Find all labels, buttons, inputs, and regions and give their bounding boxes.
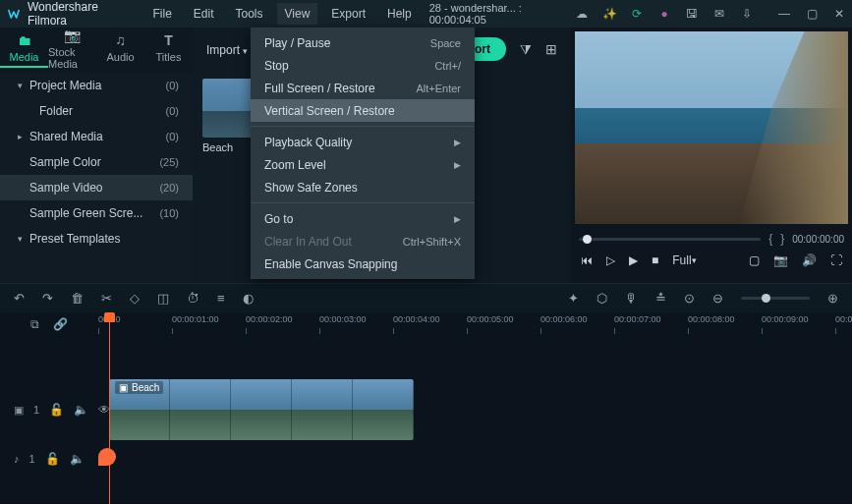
display-dropdown-icon[interactable]: ▢ xyxy=(749,253,760,267)
titlebar: Wondershare Filmora File Edit Tools View… xyxy=(0,0,852,28)
tab-audio[interactable]: ♫ Audio xyxy=(96,28,144,73)
scrub-bar[interactable]: { } 00:00:00:00 xyxy=(579,228,844,250)
marker-icon[interactable]: ◇ xyxy=(130,291,140,306)
link-icon[interactable]: 🔗 xyxy=(53,317,68,331)
zoom-slider[interactable] xyxy=(741,297,810,300)
sidebar-item-shared-media[interactable]: ▸Shared Media(0) xyxy=(0,124,193,149)
mail-icon[interactable]: ✉ xyxy=(712,7,726,21)
menu-help[interactable]: Help xyxy=(379,3,420,25)
mute-icon[interactable]: 🔈 xyxy=(70,452,85,466)
sidebar-item-sample-green-screen[interactable]: Sample Green Scre...(10) xyxy=(0,200,193,226)
titlebar-icons: ☁ ✨ ⟳ ● 🖫 ✉ ⇩ — ▢ ✕ xyxy=(575,7,846,21)
refresh-icon[interactable]: ⟳ xyxy=(630,7,644,21)
stop-button[interactable]: ■ xyxy=(652,253,658,267)
menu-tools[interactable]: Tools xyxy=(228,3,271,25)
dd-go-to[interactable]: Go to▶ xyxy=(251,207,475,230)
mark-in-icon[interactable]: { xyxy=(768,232,772,246)
menu-edit[interactable]: Edit xyxy=(186,3,222,25)
caret-right-icon: ▸ xyxy=(18,132,29,141)
redo-icon[interactable]: ↷ xyxy=(42,291,53,306)
scrub-track[interactable] xyxy=(579,238,761,241)
dd-fullscreen[interactable]: Full Screen / RestoreAlt+Enter xyxy=(251,77,475,99)
voice-icon[interactable]: 🎙 xyxy=(625,291,638,306)
sidebar-item-sample-video[interactable]: Sample Video(20) xyxy=(0,175,193,200)
audio-track-body[interactable] xyxy=(98,444,852,474)
play-in-out-button[interactable]: ▷ xyxy=(606,253,615,267)
timeline-clip-beach[interactable]: ▣Beach xyxy=(109,379,414,440)
speed-icon[interactable]: ⏱ xyxy=(187,291,199,306)
volume-icon[interactable]: 🔊 xyxy=(802,253,817,267)
scissors-icon[interactable]: ✂ xyxy=(101,291,112,306)
sidebar-item-preset-templates[interactable]: ▾Preset Templates xyxy=(0,226,193,252)
zoom-in-icon[interactable]: ⊕ xyxy=(827,291,838,306)
crop-icon[interactable]: ◫ xyxy=(157,291,169,306)
window-maximize-icon[interactable]: ▢ xyxy=(805,7,819,21)
chevron-down-icon: ▾ xyxy=(243,46,248,56)
dd-zoom-level[interactable]: Zoom Level▶ xyxy=(251,153,475,176)
shield-icon[interactable]: ⬡ xyxy=(596,291,607,306)
lock-icon[interactable]: 🔓 xyxy=(45,452,60,466)
lock-icon[interactable]: 🔓 xyxy=(49,403,64,417)
view-dropdown: Play / PauseSpace StopCtrl+/ Full Screen… xyxy=(251,28,475,279)
ruler-tick: 00:00:07:00 xyxy=(614,314,661,324)
delete-icon[interactable]: 🗑 xyxy=(71,291,84,306)
dd-safe-zones[interactable]: Show Safe Zones xyxy=(251,176,475,198)
step-back-button[interactable]: ⏮ xyxy=(581,253,593,267)
snapshot-icon[interactable]: 📷 xyxy=(773,253,788,267)
menu-file[interactable]: File xyxy=(144,3,179,25)
menu-export[interactable]: Export xyxy=(323,3,373,25)
color-icon[interactable]: ◐ xyxy=(243,291,254,306)
fullscreen-icon[interactable]: ⛶ xyxy=(830,253,842,267)
timeline-ruler[interactable]: ⧉ 🔗 00:0000:00:01:0000:00:02:0000:00:03:… xyxy=(0,312,852,336)
sidebar-item-project-media[interactable]: ▾Project Media(0) xyxy=(0,73,193,98)
app-title: Wondershare Filmora xyxy=(28,0,131,28)
dd-canvas-snapping[interactable]: Enable Canvas Snapping xyxy=(251,252,475,275)
window-minimize-icon[interactable]: — xyxy=(777,7,791,21)
audio-marker-icon[interactable] xyxy=(98,448,116,466)
mute-icon[interactable]: 🔈 xyxy=(74,403,88,417)
record-icon[interactable]: ⊙ xyxy=(684,291,695,306)
tab-label: Media xyxy=(10,51,39,63)
adjust-icon[interactable]: ≡ xyxy=(217,291,225,306)
ruler-tick: 00:00:02:00 xyxy=(246,314,293,324)
import-dropdown[interactable]: Import ▾ xyxy=(206,43,248,57)
cloud-icon[interactable]: ☁ xyxy=(575,7,589,21)
magnet-icon[interactable]: ⧉ xyxy=(30,317,39,331)
zoom-handle[interactable] xyxy=(762,294,770,303)
sidebar-item-folder[interactable]: Folder(0) xyxy=(0,98,193,124)
ai-icon[interactable]: ✦ xyxy=(568,291,579,306)
sparkle-icon[interactable]: ✨ xyxy=(602,7,616,21)
quality-dropdown[interactable]: Full ▾ xyxy=(672,253,696,267)
play-button[interactable]: ▶ xyxy=(629,253,638,267)
music-note-icon: ♫ xyxy=(115,32,126,48)
dd-vertical-screen[interactable]: Vertical Screen / Restore xyxy=(251,99,475,122)
dd-play-pause[interactable]: Play / PauseSpace xyxy=(251,31,475,54)
preview-canvas[interactable] xyxy=(575,31,848,224)
menu-view[interactable]: View xyxy=(277,3,318,25)
zoom-out-icon[interactable]: ⊖ xyxy=(712,291,723,306)
tab-stock-media[interactable]: 📷 Stock Media xyxy=(48,28,96,73)
tab-media[interactable]: 🖿 Media xyxy=(0,28,48,73)
save-icon[interactable]: 🖫 xyxy=(685,7,699,21)
video-track-head[interactable]: ▣1 🔓 🔈 👁 xyxy=(0,403,98,417)
playhead[interactable] xyxy=(109,312,110,504)
mic-icon[interactable]: ⇩ xyxy=(740,7,754,21)
dd-playback-quality[interactable]: Playback Quality▶ xyxy=(251,131,475,153)
profile-icon[interactable]: ● xyxy=(657,7,671,21)
sidebar-item-sample-color[interactable]: Sample Color(25) xyxy=(0,149,193,175)
app-logo-icon xyxy=(6,6,22,22)
tab-titles[interactable]: T Titles xyxy=(144,28,193,73)
grid-view-icon[interactable]: ⊞ xyxy=(545,41,557,57)
dd-stop[interactable]: StopCtrl+/ xyxy=(251,54,475,77)
mark-out-icon[interactable]: } xyxy=(780,232,784,246)
undo-icon[interactable]: ↶ xyxy=(14,291,25,306)
video-track-body[interactable]: ▣Beach xyxy=(98,375,852,444)
audio-track-head[interactable]: ♪1 🔓 🔈 xyxy=(0,452,98,466)
window-close-icon[interactable]: ✕ xyxy=(832,7,846,21)
scrub-handle[interactable] xyxy=(583,235,592,244)
mixer-icon[interactable]: ≛ xyxy=(655,291,666,306)
media-sidebar: 🖿 Media 📷 Stock Media ♫ Audio T Titles ▾… xyxy=(0,28,193,283)
track-number: 1 xyxy=(33,404,39,416)
filter-icon[interactable]: ⧩ xyxy=(520,41,532,58)
ruler-ticks[interactable]: 00:0000:00:01:0000:00:02:0000:00:03:0000… xyxy=(98,312,852,336)
